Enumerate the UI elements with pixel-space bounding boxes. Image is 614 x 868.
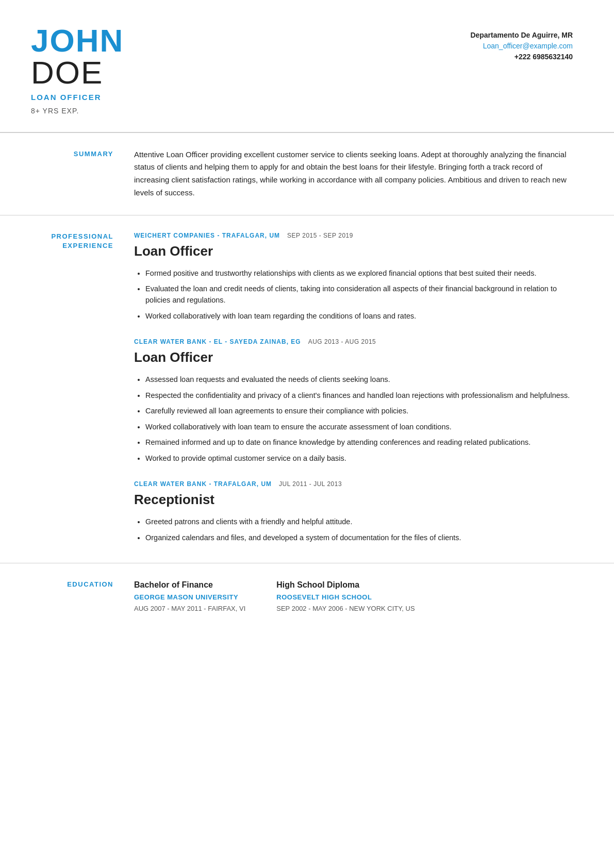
experience-section: PROFESSIONAL EXPERIENCE WEICHERT COMPANI… <box>0 215 614 564</box>
edu-school-1: GEORGE MASON UNIVERSITY <box>134 592 245 603</box>
summary-section: SUMMARY Attentive Loan Officer providing… <box>0 133 614 215</box>
bullet-1-1: Formed positive and trustworthy relation… <box>145 268 573 279</box>
edu-degree-2: High School Diploma <box>276 579 414 591</box>
edu-grid: Bachelor of Finance GEORGE MASON UNIVERS… <box>134 579 573 613</box>
last-name: DOE <box>31 57 124 89</box>
job-title-2: Loan Officer <box>134 347 573 368</box>
edu-block-1: Bachelor of Finance GEORGE MASON UNIVERS… <box>134 579 245 613</box>
company-2: CLEAR WATER BANK - EL - SAYEDA ZAINAB, E… <box>134 337 301 346</box>
job-company-line-1: WEICHERT COMPANIES - TRAFALGAR, UM SEP 2… <box>134 231 573 240</box>
phone: +222 6985632140 <box>470 52 573 62</box>
job-block-2: CLEAR WATER BANK - EL - SAYEDA ZAINAB, E… <box>134 337 573 464</box>
edu-school-2: ROOSEVELT HIGH SCHOOL <box>276 592 414 603</box>
bullets-1: Formed positive and trustworthy relation… <box>134 268 573 322</box>
company-3: CLEAR WATER BANK - TRAFALGAR, UM <box>134 479 272 489</box>
job-title: LOAN OFFICER <box>31 92 124 104</box>
job-company-line-3: CLEAR WATER BANK - TRAFALGAR, UM JUL 201… <box>134 479 573 489</box>
company-1: WEICHERT COMPANIES - TRAFALGAR, UM <box>134 231 280 240</box>
job-title-1: Loan Officer <box>134 241 573 261</box>
bullet-1-2: Evaluated the loan and credit needs of c… <box>145 283 573 306</box>
education-section: EDUCATION Bachelor of Finance GEORGE MAS… <box>0 563 614 629</box>
first-name: JOHN <box>31 25 124 57</box>
bullet-3-2: Organized calendars and files, and devel… <box>145 532 573 543</box>
bullet-2-2: Respected the confidentiality and privac… <box>145 390 573 401</box>
summary-label: SUMMARY <box>31 148 134 199</box>
address: Departamento De Aguirre, MR <box>470 30 573 41</box>
dates-1: SEP 2015 - SEP 2019 <box>287 231 353 240</box>
dates-2: AUG 2013 - AUG 2015 <box>308 337 376 346</box>
bullet-2-5: Remained informed and up to date on fina… <box>145 437 573 448</box>
summary-text: Attentive Loan Officer providing excelle… <box>134 148 573 199</box>
experience-content: WEICHERT COMPANIES - TRAFALGAR, UM SEP 2… <box>134 231 573 548</box>
job-title-3: Receptionist <box>134 490 573 510</box>
header-left: JOHN DOE LOAN OFFICER 8+ YRS EXP. <box>31 25 124 116</box>
education-label: EDUCATION <box>31 579 134 613</box>
edu-dates-1: AUG 2007 - MAY 2011 - FAIRFAX, VI <box>134 604 245 614</box>
summary-content: Attentive Loan Officer providing excelle… <box>134 148 573 199</box>
experience-label: PROFESSIONAL EXPERIENCE <box>31 231 134 548</box>
bullet-2-6: Worked to provide optimal customer servi… <box>145 453 573 464</box>
bullet-2-4: Worked collaboratively with loan team to… <box>145 421 573 432</box>
bullet-2-3: Carefully reviewed all loan agreements t… <box>145 405 573 416</box>
bullets-2: Assessed loan requests and evaluated the… <box>134 374 573 464</box>
bullet-1-3: Worked collaboratively with loan team re… <box>145 310 573 322</box>
dates-3: JUL 2011 - JUL 2013 <box>279 479 342 489</box>
years-exp: 8+ YRS EXP. <box>31 106 124 116</box>
job-block-3: CLEAR WATER BANK - TRAFALGAR, UM JUL 201… <box>134 479 573 543</box>
header-right: Departamento De Aguirre, MR Loan_officer… <box>470 25 573 62</box>
email: Loan_officer@example.com <box>470 41 573 52</box>
job-block-1: WEICHERT COMPANIES - TRAFALGAR, UM SEP 2… <box>134 231 573 322</box>
bullet-2-1: Assessed loan requests and evaluated the… <box>145 374 573 385</box>
education-content: Bachelor of Finance GEORGE MASON UNIVERS… <box>134 579 573 613</box>
job-company-line-2: CLEAR WATER BANK - EL - SAYEDA ZAINAB, E… <box>134 337 573 346</box>
resume-container: JOHN DOE LOAN OFFICER 8+ YRS EXP. Depart… <box>0 0 614 868</box>
header: JOHN DOE LOAN OFFICER 8+ YRS EXP. Depart… <box>0 0 614 133</box>
edu-dates-2: SEP 2002 - MAY 2006 - NEW YORK CITY, US <box>276 604 414 614</box>
edu-block-2: High School Diploma ROOSEVELT HIGH SCHOO… <box>276 579 414 613</box>
bullet-3-1: Greeted patrons and clients with a frien… <box>145 516 573 527</box>
edu-degree-1: Bachelor of Finance <box>134 579 245 591</box>
bullets-3: Greeted patrons and clients with a frien… <box>134 516 573 543</box>
